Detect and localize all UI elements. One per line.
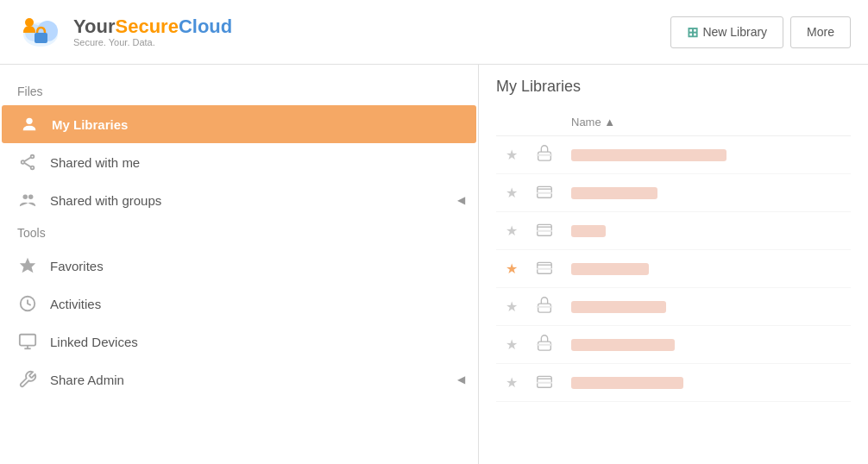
svg-point-6 [26, 118, 32, 124]
star-button[interactable]: ★ [506, 223, 518, 238]
content-area: My Libraries Name ▲ ★ ★ ★ ★ [479, 65, 868, 464]
sidebar-item-shared-with-me[interactable]: Shared with me [0, 143, 478, 181]
svg-rect-20 [537, 154, 552, 156]
logo-text: YourSecureCloud Secure. Your. Data. [73, 16, 232, 47]
sidebar-label-favorites: Favorites [50, 259, 104, 273]
chevron-icon-share-admin: ◀ [457, 373, 465, 386]
main-layout: Files My Libraries Shared with me Shared… [0, 65, 868, 464]
svg-rect-32 [537, 382, 552, 384]
table-row[interactable]: ★ [496, 174, 851, 212]
star-button[interactable]: ★ [506, 185, 518, 200]
library-icon [535, 376, 554, 393]
library-icon [535, 148, 554, 166]
page-title: My Libraries [496, 78, 851, 96]
sidebar-label-my-libraries: My Libraries [52, 117, 128, 132]
svg-rect-26 [537, 268, 552, 270]
star-button[interactable]: ★ [506, 261, 518, 276]
plus-icon: ⊞ [687, 24, 698, 41]
col-name: Name ▲ [563, 109, 851, 136]
library-name [571, 187, 657, 199]
table-row[interactable]: ★ [496, 136, 851, 174]
library-icon [535, 186, 554, 204]
svg-rect-30 [537, 344, 552, 346]
star-button[interactable]: ★ [506, 147, 518, 162]
library-icon [535, 224, 554, 241]
share-icon [17, 152, 38, 172]
svg-rect-27 [538, 304, 551, 312]
sidebar: Files My Libraries Shared with me Shared… [0, 65, 479, 464]
svg-point-7 [31, 155, 35, 159]
header-buttons: ⊞ New Library More [670, 16, 851, 48]
library-name [571, 263, 649, 275]
sidebar-label-shared-with-groups: Shared with groups [50, 193, 161, 208]
svg-rect-16 [20, 335, 35, 346]
sidebar-item-shared-with-groups[interactable]: Shared with groups ◀ [0, 181, 478, 219]
sidebar-label-share-admin: Share Admin [50, 373, 124, 387]
sidebar-item-my-libraries[interactable]: My Libraries [2, 105, 476, 143]
svg-line-10 [24, 158, 30, 162]
library-icon [535, 338, 554, 355]
logo-your: Your [73, 16, 115, 37]
svg-point-13 [28, 195, 33, 200]
svg-rect-25 [538, 262, 552, 273]
svg-rect-28 [537, 306, 552, 308]
sidebar-label-activities: Activities [50, 297, 101, 311]
header: YourSecureCloud Secure. Your. Data. ⊞ Ne… [0, 0, 868, 65]
svg-point-5 [25, 18, 34, 27]
star-button[interactable]: ★ [506, 375, 518, 390]
table-row[interactable]: ★ [496, 326, 851, 364]
sidebar-label-shared-with-me: Shared with me [50, 155, 140, 170]
col-star [496, 109, 526, 136]
logo-area: YourSecureCloud Secure. Your. Data. [17, 9, 232, 56]
table-row[interactable]: ★ [496, 364, 851, 402]
library-name [571, 149, 726, 161]
table-row[interactable]: ★ [496, 250, 851, 288]
star-button[interactable]: ★ [506, 299, 518, 314]
svg-point-9 [31, 166, 35, 170]
svg-rect-4 [35, 33, 47, 43]
svg-rect-22 [537, 192, 552, 194]
more-button[interactable]: More [790, 16, 851, 48]
star-button[interactable]: ★ [506, 337, 518, 352]
files-section-label: Files [0, 78, 478, 105]
new-library-button[interactable]: ⊞ New Library [670, 16, 783, 48]
sidebar-item-share-admin[interactable]: Share Admin ◀ [0, 361, 478, 398]
svg-point-12 [23, 195, 28, 200]
svg-rect-24 [537, 230, 552, 232]
library-icon [535, 300, 554, 317]
svg-rect-23 [538, 224, 552, 235]
sidebar-item-favorites[interactable]: Favorites [0, 247, 478, 285]
table-row[interactable]: ★ [496, 288, 851, 326]
svg-rect-31 [538, 376, 552, 387]
libraries-table: Name ▲ ★ ★ ★ ★ ★ ★ ★ [496, 109, 851, 402]
svg-point-8 [22, 160, 25, 164]
library-name [571, 339, 675, 351]
logo-cloud: Cloud [179, 16, 232, 37]
star-icon [17, 255, 38, 276]
svg-marker-14 [20, 258, 35, 273]
logo-secure: Secure [115, 16, 178, 37]
clock-icon [17, 293, 38, 314]
person-icon [19, 114, 40, 135]
sidebar-item-linked-devices[interactable]: Linked Devices [0, 323, 478, 361]
sidebar-item-activities[interactable]: Activities [0, 285, 478, 323]
svg-rect-19 [538, 152, 551, 160]
svg-line-11 [24, 163, 30, 167]
table-header-row: Name ▲ [496, 109, 851, 136]
group-icon [17, 190, 38, 210]
monitor-icon [17, 331, 38, 352]
svg-rect-29 [538, 342, 551, 350]
chevron-icon-groups: ◀ [457, 194, 465, 206]
library-name [571, 377, 683, 389]
library-name [571, 225, 606, 237]
library-icon [535, 262, 554, 279]
tools-section-label: Tools [0, 219, 478, 247]
col-icon [526, 109, 563, 136]
logo-icon [17, 9, 65, 56]
wrench-icon [17, 369, 38, 390]
library-name [571, 301, 666, 313]
table-row[interactable]: ★ [496, 212, 851, 250]
sidebar-label-linked-devices: Linked Devices [50, 335, 138, 349]
logo-tagline: Secure. Your. Data. [73, 37, 232, 47]
